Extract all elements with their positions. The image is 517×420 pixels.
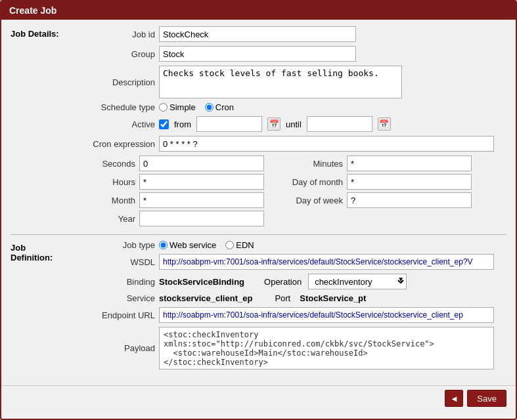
from-label: from <box>174 119 191 129</box>
group-label: Group <box>76 49 155 59</box>
wsdl-label: WSDL <box>76 257 155 267</box>
radio-webservice[interactable] <box>159 241 168 249</box>
port-label: Port <box>275 293 290 303</box>
port-value: StockService_pt <box>300 293 366 303</box>
minutes-input[interactable] <box>347 156 472 171</box>
day-of-week-input[interactable] <box>347 192 472 208</box>
back-button[interactable]: ◄ <box>445 390 463 407</box>
job-id-label: Job id <box>76 30 155 39</box>
from-calendar-icon[interactable]: 📅 <box>267 117 281 131</box>
job-details-label: Job Details: <box>11 26 70 229</box>
radio-simple[interactable] <box>159 103 168 112</box>
schedule-type-row: Schedule type Simple Cron <box>76 102 506 112</box>
schedule-type-label: Schedule type <box>76 102 155 112</box>
window-title: Create Job <box>9 5 56 16</box>
payload-label: Payload <box>76 343 155 353</box>
endpoint-url-input[interactable] <box>159 307 494 323</box>
seconds-label: Seconds <box>76 159 135 169</box>
save-button[interactable]: Save <box>467 390 506 407</box>
service-row: Service stockservice_client_ep Port Stoc… <box>76 293 506 303</box>
wsdl-row: WSDL <box>76 254 506 270</box>
job-id-row: Job id <box>76 26 506 42</box>
hours-row: Hours <box>76 174 264 190</box>
day-of-month-input[interactable] <box>347 174 472 190</box>
until-label: until <box>286 119 302 129</box>
job-details-section: Job Details: Job id Group Description Ch… <box>11 26 506 229</box>
until-date-input[interactable] <box>307 116 372 132</box>
minutes-label: Minutes <box>284 159 343 169</box>
day-of-week-row: Day of week <box>284 192 472 208</box>
radio-edn-label[interactable]: EDN <box>225 240 254 250</box>
radio-edn[interactable] <box>225 241 234 249</box>
job-details-form: Job id Group Description Checks stock le… <box>76 26 506 229</box>
until-calendar-icon[interactable]: 📅 <box>378 117 391 131</box>
description-label: Description <box>76 77 155 87</box>
operation-select-wrapper: checkInventory <box>308 274 407 289</box>
description-textarea[interactable]: Checks stock levels of fast selling book… <box>159 66 402 98</box>
operation-select[interactable]: checkInventory <box>308 274 407 289</box>
cron-expression-row: Cron expression <box>76 136 506 152</box>
minutes-row: Minutes <box>284 156 472 171</box>
operation-label: Operation <box>264 277 302 287</box>
section-divider <box>11 234 506 235</box>
day-of-month-label: Day of month <box>284 177 343 187</box>
radio-webservice-text: Web service <box>169 240 216 250</box>
active-checkbox[interactable] <box>159 119 169 129</box>
active-controls: from 📅 until 📅 <box>159 116 391 132</box>
cron-expression-label: Cron expression <box>76 139 155 149</box>
year-row: Year <box>76 211 264 226</box>
job-type-row: Job type Web service EDN <box>76 240 506 250</box>
binding-value: StockServiceBinding <box>159 277 244 287</box>
hours-label: Hours <box>76 177 135 187</box>
radio-edn-text: EDN <box>236 240 254 250</box>
day-of-month-row: Day of month <box>284 174 472 190</box>
cron-left-col: Seconds Hours Month <box>76 156 264 226</box>
endpoint-url-row: Endpoint URL <box>76 307 506 323</box>
binding-label: Binding <box>76 277 155 287</box>
payload-row: Payload <stoc:checkInventory xmlns:stoc=… <box>76 327 506 369</box>
radio-cron-label[interactable]: Cron <box>205 102 234 112</box>
day-of-week-label: Day of week <box>284 196 343 205</box>
cron-right-col: Minutes Day of month Day of week <box>284 156 472 226</box>
job-type-radios: Web service EDN <box>159 240 254 250</box>
seconds-input[interactable] <box>139 156 264 171</box>
endpoint-url-label: Endpoint URL <box>76 310 155 320</box>
month-label: Month <box>76 196 135 205</box>
description-row: Description Checks stock levels of fast … <box>76 66 506 98</box>
radio-cron[interactable] <box>205 103 214 112</box>
payload-textarea[interactable]: <stoc:checkInventory xmlns:stoc="http://… <box>159 327 494 369</box>
radio-webservice-label[interactable]: Web service <box>159 240 216 250</box>
title-bar: Create Job <box>1 1 516 20</box>
radio-cron-text: Cron <box>215 102 234 112</box>
year-label: Year <box>76 214 135 224</box>
from-date-input[interactable] <box>196 116 262 132</box>
year-input[interactable] <box>139 211 264 226</box>
active-row: Active from 📅 until 📅 <box>76 116 506 132</box>
binding-row: Binding StockServiceBinding Operation ch… <box>76 274 506 289</box>
wsdl-input[interactable] <box>159 254 494 270</box>
service-label: Service <box>76 293 155 303</box>
cron-expression-input[interactable] <box>159 136 494 152</box>
cron-fields-container: Seconds Hours Month <box>76 156 506 226</box>
month-row: Month <box>76 192 264 208</box>
bottom-bar: ◄ Save <box>1 385 516 411</box>
radio-simple-label[interactable]: Simple <box>159 102 196 112</box>
job-definition-form: Job type Web service EDN WSDL <box>76 240 506 373</box>
service-value: stockservice_client_ep <box>159 293 252 303</box>
schedule-type-radios: Simple Cron <box>159 102 234 112</box>
job-definition-section: Job Definition: Job type Web service EDN <box>11 240 506 373</box>
job-definition-label: Job Definition: <box>11 240 70 373</box>
group-input[interactable] <box>159 46 356 62</box>
group-row: Group <box>76 46 506 62</box>
active-label: Active <box>76 119 155 129</box>
create-job-window: Create Job Job Details: Job id Group Des… <box>0 0 517 420</box>
month-input[interactable] <box>139 192 264 208</box>
job-type-label: Job type <box>76 240 155 250</box>
radio-simple-text: Simple <box>169 102 196 112</box>
seconds-row: Seconds <box>76 156 264 171</box>
job-id-input[interactable] <box>159 26 356 42</box>
hours-input[interactable] <box>139 174 264 190</box>
service-controls: stockservice_client_ep Port StockService… <box>159 293 366 303</box>
binding-controls: StockServiceBinding Operation checkInven… <box>159 274 407 289</box>
